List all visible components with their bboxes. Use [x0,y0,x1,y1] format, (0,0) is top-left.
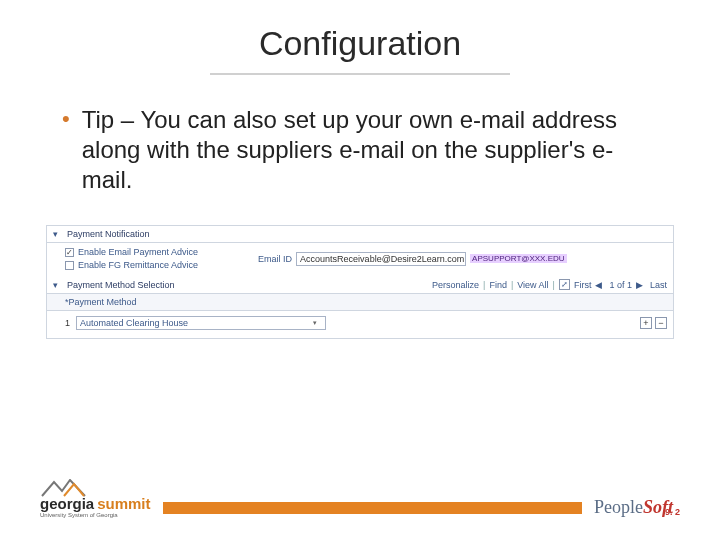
email-highlight: APSUPPORT@XXX.EDU [470,254,566,263]
prev-icon[interactable]: ◀ [595,280,605,290]
personalize-link[interactable]: Personalize [432,280,479,290]
email-id-input[interactable]: AccountsReceivable@Desire2Learn.com [296,252,466,266]
bullet-area: • Tip – You can also set up your own e-m… [0,105,720,195]
page-title: Configuration [0,24,720,63]
footer-bar [163,502,582,514]
payment-notification-header: ▾ Payment Notification [47,226,673,243]
peoplesoft-logo: PeopleSoft 9. 2 [594,497,680,518]
payment-method-select[interactable]: Automated Clearing House ▾ [76,316,326,330]
row-number: 1 [65,318,70,328]
logo-subtitle: University System of Georgia [40,512,151,518]
logo-georgia: georgia [40,495,94,512]
chevron-down-icon: ▾ [313,319,317,327]
payment-method-row: 1 Automated Clearing House ▾ + − [47,311,673,338]
find-link[interactable]: Find [489,280,507,290]
payment-method-value: Automated Clearing House [80,318,188,328]
add-row-icon[interactable]: + [640,317,652,329]
email-id-label: Email ID [258,254,292,264]
delete-row-icon[interactable]: − [655,317,667,329]
collapse-icon[interactable]: ▾ [53,280,63,290]
enable-fg-checkbox[interactable] [65,261,74,270]
logo-summit: summit [97,495,150,512]
pager-text: 1 of 1 [609,280,632,290]
grid-toolbar: Personalize | Find | View All | ⤢ First … [432,279,667,290]
view-all-link[interactable]: View All [517,280,548,290]
enable-fg-label: Enable FG Remittance Advice [78,260,198,270]
column-header-row: *Payment Method [47,294,673,311]
enable-email-label: Enable Email Payment Advice [78,247,198,257]
enable-email-checkbox[interactable] [65,248,74,257]
georgia-summit-logo: georgia summit University System of Geor… [40,479,151,518]
bullet-dot: • [62,105,70,195]
mountain-icon [40,479,110,497]
embedded-screenshot: ▾ Payment Notification Enable Email Paym… [46,225,674,339]
first-link[interactable]: First [574,280,592,290]
payment-method-col-header: *Payment Method [65,297,137,307]
payment-notification-body: Enable Email Payment Advice Enable FG Re… [47,243,673,276]
payment-notification-title: Payment Notification [67,229,150,239]
next-icon[interactable]: ▶ [636,280,646,290]
zoom-icon[interactable]: ⤢ [559,279,570,290]
collapse-icon[interactable]: ▾ [53,229,63,239]
payment-method-header: ▾ Payment Method Selection Personalize |… [47,276,673,294]
payment-method-title: Payment Method Selection [67,280,175,290]
logo-people: People [594,497,643,518]
bullet-text: Tip – You can also set up your own e-mai… [82,105,658,195]
title-underline [210,73,510,75]
logo-version: 9. 2 [665,507,680,517]
last-link[interactable]: Last [650,280,667,290]
footer: georgia summit University System of Geor… [0,479,720,518]
